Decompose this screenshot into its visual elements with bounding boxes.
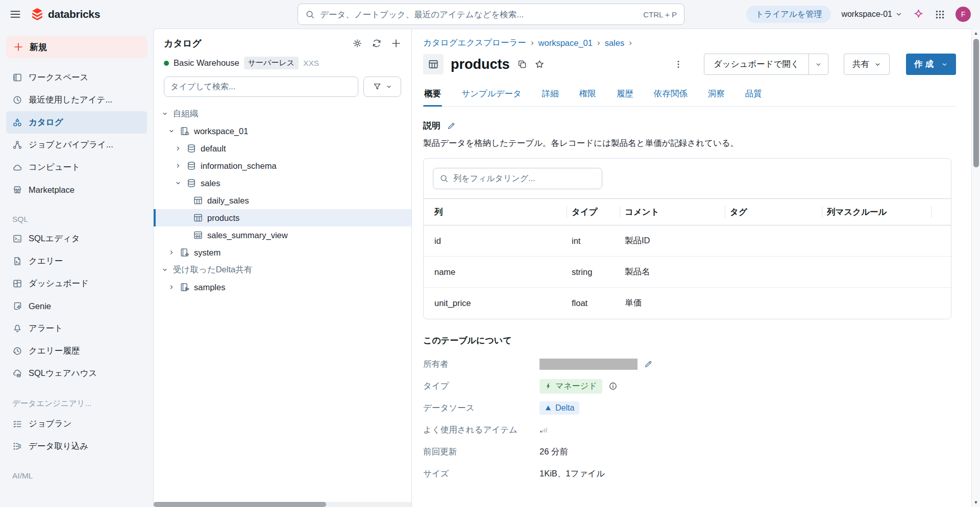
gear-icon[interactable]: [352, 38, 362, 48]
chevron-right-icon[interactable]: [168, 284, 180, 290]
chevron-down-icon[interactable]: [162, 111, 173, 117]
scroll-up-arrow[interactable]: ▲: [972, 29, 980, 38]
tree-item-samples[interactable]: samples: [154, 278, 411, 296]
sidebar-item-workspace[interactable]: ワークスペース: [6, 66, 147, 89]
open-in-dashboard-dropdown[interactable]: [808, 54, 828, 74]
databricks-logo[interactable]: databricks: [31, 8, 100, 21]
kebab-menu-icon[interactable]: [673, 59, 683, 69]
delta-icon: [545, 404, 552, 412]
warehouse-status-row[interactable]: Basic Warehouse サーバーレス XXS: [154, 57, 411, 69]
vertical-scrollbar[interactable]: ▲ ▼: [971, 29, 980, 507]
avatar[interactable]: F: [955, 7, 971, 22]
chevron-right-icon[interactable]: [175, 163, 186, 169]
vertical-scrollbar-thumb[interactable]: [973, 39, 979, 167]
store-icon: [12, 185, 22, 195]
sidebar-item-marketplace[interactable]: Marketplace: [6, 179, 147, 201]
delta-badge[interactable]: Delta: [540, 401, 579, 415]
sidebar-item-sql-editor[interactable]: SQLエディタ: [6, 227, 147, 250]
filter-button[interactable]: [363, 77, 401, 97]
tree-item-sales[interactable]: sales: [154, 174, 411, 192]
tree-item-information_schema[interactable]: information_schema: [154, 157, 411, 174]
sidebar-item-genie[interactable]: Genie: [6, 295, 147, 317]
col-comment: 製品名: [620, 257, 725, 288]
horizontal-scrollbar[interactable]: [154, 502, 411, 507]
workspace-switcher[interactable]: workspace-01: [841, 10, 902, 19]
about-value: 1KiB、1ファイル: [540, 468, 605, 479]
chevron-right-icon[interactable]: [175, 145, 186, 151]
open-in-dashboard-button[interactable]: ダッシュボードで開く: [704, 54, 808, 74]
description-text: 製品データを格納したテーブル。各レコードには製品名と単価が記録されている。: [423, 138, 956, 149]
global-search[interactable]: CTRL + P: [298, 4, 684, 25]
sidebar-item-sql-warehouses[interactable]: SQLウェアハウス: [6, 362, 147, 385]
breadcrumb-link[interactable]: sales: [605, 38, 625, 48]
global-search-input[interactable]: [320, 10, 638, 19]
tree-item-products[interactable]: products: [154, 209, 411, 226]
column-header: 列: [424, 199, 567, 225]
columns-card: 列タイプコメントタグ列マスクルール idint製品IDnamestring製品名…: [423, 158, 951, 319]
add-catalog-icon[interactable]: [391, 38, 401, 48]
tree-item-workspace_01[interactable]: workspace_01: [154, 122, 411, 140]
assistant-sparkle-icon[interactable]: [913, 9, 924, 20]
sidebar-item-data-ingestion[interactable]: データ取り込み: [6, 435, 147, 458]
tree-item-自組織[interactable]: 自組織: [154, 105, 411, 122]
page-title: products: [451, 57, 510, 72]
info-icon[interactable]: [608, 382, 618, 391]
tab-3[interactable]: 権限: [579, 88, 596, 106]
sidebar-item-catalog[interactable]: カタログ: [6, 111, 147, 134]
title-tools: [517, 59, 545, 69]
queries-icon: [12, 256, 22, 266]
tree-item-受け取ったDelta共有[interactable]: 受け取ったDelta共有: [154, 261, 411, 278]
table-row[interactable]: idint製品ID: [424, 225, 951, 257]
col-type: int: [567, 225, 620, 257]
pencil-icon[interactable]: [644, 360, 653, 369]
manage-trial-button[interactable]: トライアルを管理: [746, 6, 831, 23]
sidebar-item-alerts[interactable]: アラート: [6, 317, 147, 340]
catalog-search-input[interactable]: [170, 82, 352, 91]
catalog-icon: [12, 117, 22, 128]
copy-icon[interactable]: [517, 59, 527, 69]
new-button[interactable]: 新規: [6, 36, 147, 58]
table-row[interactable]: unit_pricefloat単価: [424, 288, 951, 319]
sidebar-item-queries[interactable]: クエリー: [6, 250, 147, 272]
work-area: カタログ Basic Warehouse サーバーレス XXS: [153, 29, 971, 507]
sidebar-item-jobs-pipelines[interactable]: ジョブとパイプライ...: [6, 134, 147, 156]
sidebar-item-query-history[interactable]: クエリー履歴: [6, 340, 147, 362]
tab-0[interactable]: 概要: [424, 88, 441, 106]
tree-item-default[interactable]: default: [154, 140, 411, 157]
share-button[interactable]: 共有: [844, 54, 890, 75]
chevron-down-icon[interactable]: [162, 267, 173, 273]
warehouse-icon: [12, 368, 22, 378]
sidebar-item-dashboards[interactable]: ダッシュボード: [6, 272, 147, 295]
tab-2[interactable]: 詳細: [542, 88, 559, 106]
table-row[interactable]: namestring製品名: [424, 257, 951, 288]
tab-1[interactable]: サンプルデータ: [461, 88, 522, 106]
tree-item-system[interactable]: system: [154, 244, 411, 261]
scroll-down-arrow[interactable]: ▼: [972, 498, 980, 507]
tree-item-daily_sales[interactable]: daily_sales: [154, 192, 411, 209]
tree-item-sales_summary_view[interactable]: sales_summary_view: [154, 226, 411, 244]
sidebar-item-recents[interactable]: 最近使用したアイテ...: [6, 89, 147, 111]
pencil-icon[interactable]: [447, 121, 456, 131]
app-grid-icon[interactable]: [935, 9, 945, 20]
chevron-down-icon[interactable]: [168, 128, 180, 134]
catalog-search[interactable]: [164, 77, 358, 97]
refresh-icon[interactable]: [372, 38, 382, 48]
sidebar-item-job-runs[interactable]: ジョブラン: [6, 413, 147, 435]
hamburger-menu-icon[interactable]: [9, 8, 21, 20]
star-icon[interactable]: [534, 59, 545, 69]
tab-6[interactable]: 洞察: [708, 88, 725, 106]
column-filter-input[interactable]: [453, 174, 596, 183]
breadcrumb-link[interactable]: カタログエクスプローラー: [423, 37, 526, 48]
horizontal-scrollbar-thumb[interactable]: [154, 502, 326, 507]
tab-7[interactable]: 品質: [745, 88, 762, 106]
sidebar-item-compute[interactable]: コンピュート: [6, 156, 147, 179]
sidebar-item-label: アラート: [29, 323, 63, 334]
tab-5[interactable]: 依存関係: [654, 88, 688, 106]
column-filter[interactable]: [433, 168, 602, 189]
chevron-right-icon[interactable]: [168, 249, 180, 256]
top-bar: databricks CTRL + P トライアルを管理 workspace-0…: [0, 0, 980, 29]
tab-4[interactable]: 履歴: [617, 88, 633, 106]
create-button[interactable]: 作成: [906, 54, 956, 75]
chevron-down-icon[interactable]: [175, 180, 186, 186]
breadcrumb-link[interactable]: workspace_01: [538, 38, 593, 48]
